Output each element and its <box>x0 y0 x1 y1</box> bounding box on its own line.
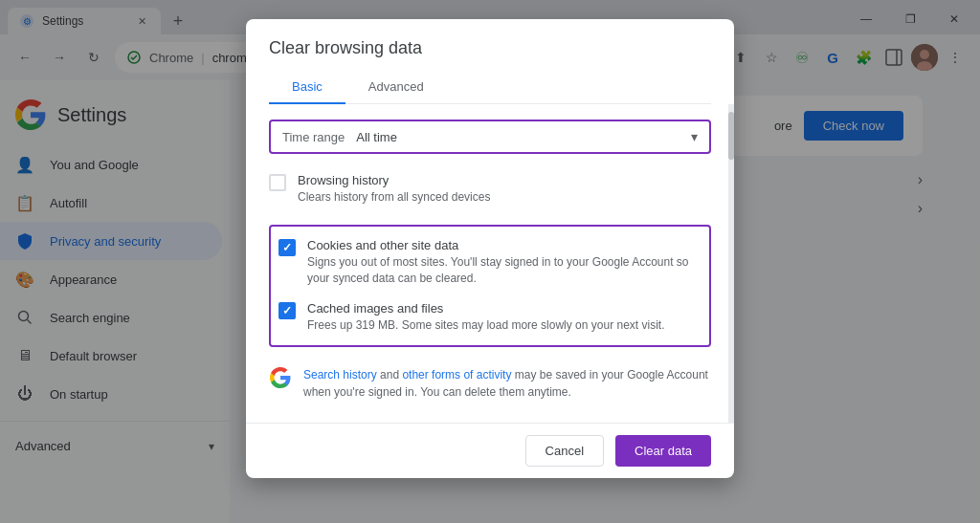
browsing-history-title: Browsing history <box>298 173 490 187</box>
search-history-link[interactable]: Search history <box>303 368 377 381</box>
time-range-dropdown[interactable]: All time Last hour Last 24 hours Last 7 … <box>356 130 679 144</box>
browsing-history-item: Browsing history Clears history from all… <box>269 165 711 213</box>
dialog-scrollbar-thumb <box>728 112 734 160</box>
dialog-scrollbar[interactable] <box>728 104 734 423</box>
dialog-body: Time range All time Last hour Last 24 ho… <box>246 104 734 423</box>
time-range-label: Time range <box>282 130 345 144</box>
google-info-row: Search history and other forms of activi… <box>269 359 711 408</box>
browsing-history-desc: Clears history from all synced devices <box>298 189 490 206</box>
google-g-icon <box>269 366 292 389</box>
cancel-button[interactable]: Cancel <box>525 435 604 467</box>
dialog-title: Clear browsing data <box>269 38 711 58</box>
browsing-history-text: Browsing history Clears history from all… <box>298 173 490 206</box>
dialog-body-wrapper: Time range All time Last hour Last 24 ho… <box>246 104 734 423</box>
cookies-checkbox[interactable] <box>278 239 296 256</box>
cookies-desc: Signs you out of most sites. You'll stay… <box>307 254 702 287</box>
time-range-arrow-icon: ▾ <box>691 129 698 144</box>
cookies-title: Cookies and other site data <box>307 238 702 252</box>
modal-backdrop: Clear browsing data Basic Advanced Time … <box>0 0 980 523</box>
cached-desc: Frees up 319 MB. Some sites may load mor… <box>307 317 664 334</box>
clear-data-button[interactable]: Clear data <box>615 435 711 467</box>
time-range-selector[interactable]: Time range All time Last hour Last 24 ho… <box>269 120 711 154</box>
cached-text: Cached images and files Frees up 319 MB.… <box>307 301 664 334</box>
highlighted-section: Cookies and other site data Signs you ou… <box>269 225 711 347</box>
cookies-item: Cookies and other site data Signs you ou… <box>278 230 702 294</box>
cached-item: Cached images and files Frees up 319 MB.… <box>278 294 702 341</box>
cached-checkbox[interactable] <box>278 302 296 319</box>
browsing-history-checkbox[interactable] <box>269 174 286 191</box>
dialog-footer: Cancel Clear data <box>246 423 734 478</box>
tab-advanced[interactable]: Advanced <box>345 70 447 103</box>
dialog-header: Clear browsing data Basic Advanced <box>246 19 734 104</box>
browser-frame: ⚙ Settings ✕ + — ❐ ✕ ← → ↻ Chrome | <box>0 0 980 523</box>
google-info-text: Search history and other forms of activi… <box>303 366 711 401</box>
tab-basic[interactable]: Basic <box>269 70 345 103</box>
dialog-tabs: Basic Advanced <box>269 70 711 104</box>
other-forms-link[interactable]: other forms of activity <box>402 368 511 381</box>
clear-browsing-dialog: Clear browsing data Basic Advanced Time … <box>246 19 734 478</box>
cookies-text: Cookies and other site data Signs you ou… <box>307 238 702 287</box>
cached-title: Cached images and files <box>307 301 664 316</box>
